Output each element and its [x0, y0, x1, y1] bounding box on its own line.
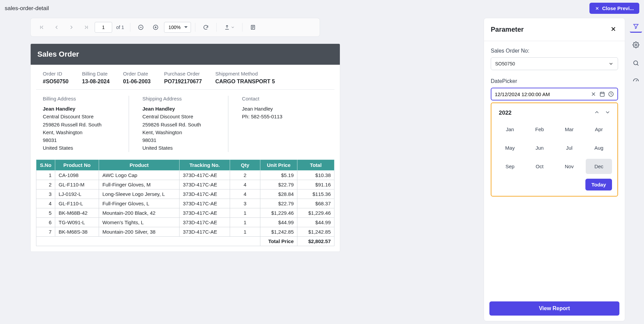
col-sno: S.No	[36, 159, 55, 170]
month-cell-sep[interactable]: Sep	[497, 159, 523, 174]
order-date-label: Order Date	[123, 71, 151, 77]
billing-date-label: Billing Date	[82, 71, 110, 77]
page-number-input[interactable]	[95, 22, 112, 33]
divider	[216, 23, 217, 32]
total-price-label: Total Price	[260, 236, 297, 246]
month-cell-jun[interactable]: Jun	[526, 140, 553, 155]
col-unit: Unit Price	[260, 159, 297, 170]
table-row: 7 BK-M68S-38 Mountain-200 Silver, 38 373…	[36, 227, 334, 236]
month-cell-nov[interactable]: Nov	[556, 159, 582, 174]
billing-date-value: 13-08-2024	[82, 79, 110, 85]
chevron-down-icon	[608, 61, 614, 66]
parameter-panel: Parameter Sales Order No: SO50750 DatePi…	[484, 18, 625, 321]
page-title: sales-order-detail	[5, 5, 49, 12]
shipment-method-value: CARGO TRANSPORT 5	[215, 79, 275, 85]
first-page-button[interactable]	[35, 22, 48, 33]
table-row: 4 GL-F110-L Full-Finger Gloves, L 373D-4…	[36, 199, 334, 208]
table-row: 5 BK-M68B-42 Mountain-200 Black, 42 373D…	[36, 208, 334, 217]
contact-body: Jean Handley Ph: 582-555-0113	[242, 105, 318, 121]
contact-label: Contact	[242, 96, 318, 101]
table-row: 6 TG-W091-L Women's Tights, L 373D-417C-…	[36, 217, 334, 227]
svg-rect-3	[600, 92, 604, 96]
table-row: 1 CA-1098 AWC Logo Cap 373D-417C-AE 2 $5…	[36, 170, 334, 180]
col-qty: Qty	[230, 159, 260, 170]
settings-tool[interactable]	[630, 39, 642, 51]
report-toolbar: of 1 100%	[30, 18, 320, 37]
search-tool[interactable]	[630, 57, 642, 69]
next-page-button[interactable]	[65, 22, 78, 33]
parameter-title: Parameter	[491, 26, 524, 33]
order-id-label: Order ID	[43, 71, 69, 77]
performance-tool[interactable]	[630, 75, 642, 87]
last-page-button[interactable]	[80, 22, 93, 33]
svg-point-6	[634, 61, 638, 65]
purchase-order-label: Purchase Order	[164, 71, 202, 77]
close-icon	[595, 6, 600, 11]
close-panel-button[interactable]	[609, 24, 618, 35]
clock-icon[interactable]	[608, 91, 614, 97]
divider	[242, 23, 243, 32]
month-grid: JanFebMarAprMayJunJulAugSepOctNovDec	[497, 122, 612, 174]
month-cell-jan[interactable]: Jan	[497, 122, 523, 137]
col-product-no: Product No	[55, 159, 99, 170]
filter-tool[interactable]	[630, 21, 642, 33]
topbar: sales-order-detail Close Previ...	[0, 0, 644, 18]
sales-order-no-value: SO50750	[495, 61, 515, 66]
billing-address-label: Billing Address	[43, 96, 119, 101]
today-button[interactable]: Today	[585, 179, 612, 190]
report-title: Sales Order	[31, 44, 340, 65]
month-cell-aug[interactable]: Aug	[586, 140, 612, 155]
close-preview-button[interactable]: Close Previ...	[589, 3, 639, 14]
zoom-out-button[interactable]	[134, 22, 147, 33]
print-layout-button[interactable]	[247, 22, 259, 33]
next-year-button[interactable]	[603, 108, 612, 118]
month-picker: 2022 JanFebMarAprMayJunJulAugSepOctNovDe…	[491, 102, 618, 197]
divider	[130, 23, 130, 32]
zoom-in-button[interactable]	[149, 22, 162, 33]
sales-order-no-label: Sales Order No:	[491, 48, 618, 54]
shipment-method-label: Shippment Method	[215, 71, 275, 77]
table-row: 3 LJ-0192-L Long-Sleeve Logo Jersey, L 3…	[36, 189, 334, 199]
view-report-button[interactable]: View Report	[489, 301, 619, 316]
total-price-value: $2,802.57	[297, 236, 334, 246]
divider	[195, 23, 195, 32]
datetime-input[interactable]	[495, 91, 588, 97]
purchase-order-value: PO7192170677	[164, 79, 202, 85]
month-cell-mar[interactable]: Mar	[556, 122, 582, 137]
calendar-year[interactable]: 2022	[497, 110, 512, 116]
month-cell-oct[interactable]: Oct	[526, 159, 553, 174]
month-cell-apr[interactable]: Apr	[586, 122, 612, 137]
zoom-select[interactable]: 100%	[164, 22, 191, 33]
shipping-address-label: Shipping Address	[142, 96, 218, 101]
month-cell-feb[interactable]: Feb	[526, 122, 553, 137]
meta-row: Order ID#SO50750 Billing Date13-08-2024 …	[36, 65, 334, 90]
month-cell-jul[interactable]: Jul	[556, 140, 582, 155]
page-count-label: of 1	[114, 25, 126, 30]
sales-order-no-dropdown[interactable]: SO50750	[491, 57, 618, 70]
col-product: Product	[99, 159, 180, 170]
shipping-address-body: Jean Handley Central Discount Store 2598…	[142, 105, 218, 152]
table-row: 2 GL-F110-M Full-Finger Gloves, M 373D-4…	[36, 180, 334, 189]
billing-address-body: Jean Handley Central Discount Store 2598…	[43, 105, 119, 152]
prev-page-button[interactable]	[50, 22, 63, 33]
order-date-value: 01-06-2003	[123, 79, 151, 85]
viewer-area: of 1 100% Sales Order Order ID#SO50750	[0, 18, 481, 324]
clear-icon[interactable]	[590, 91, 597, 97]
export-button[interactable]	[221, 22, 238, 33]
items-table: S.No Product No Product Tracking No. Qty…	[36, 159, 334, 246]
datepicker-label: DatePicker	[491, 78, 618, 84]
month-cell-dec[interactable]: Dec	[586, 159, 612, 174]
svg-point-5	[635, 44, 637, 46]
datetime-input-wrap	[491, 88, 618, 100]
calendar-icon[interactable]	[599, 91, 605, 97]
col-total: Total	[297, 159, 334, 170]
order-id-value: #SO50750	[43, 79, 69, 85]
close-preview-label: Close Previ...	[602, 5, 634, 11]
side-toolbar	[628, 18, 644, 324]
prev-year-button[interactable]	[592, 108, 601, 118]
col-tracking: Tracking No.	[180, 159, 230, 170]
report-document: Sales Order Order ID#SO50750 Billing Dat…	[30, 43, 340, 252]
address-row: Billing Address Jean Handley Central Dis…	[36, 90, 334, 156]
month-cell-may[interactable]: May	[497, 140, 523, 155]
refresh-button[interactable]	[199, 22, 212, 33]
